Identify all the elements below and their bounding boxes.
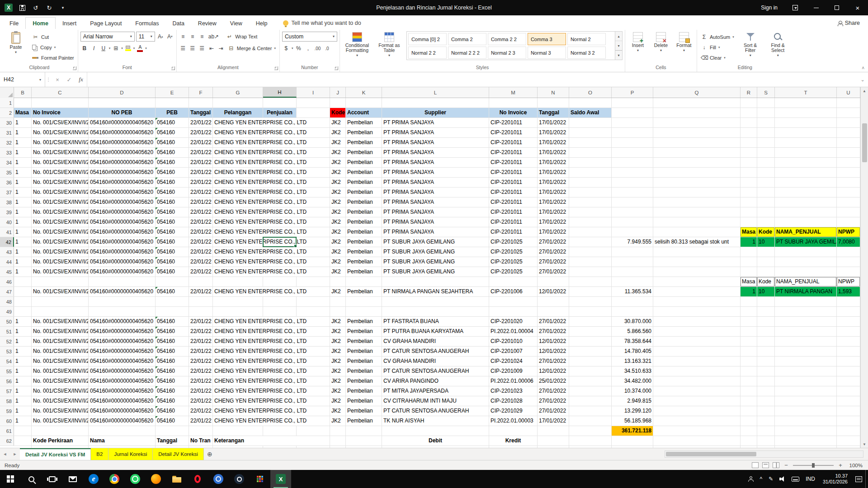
- cell-B34[interactable]: 1: [14, 158, 31, 167]
- volume-icon[interactable]: [776, 470, 788, 488]
- cell-C42[interactable]: No. 001/CSI/EX/INV/I/202: [32, 237, 88, 247]
- cell-J47[interactable]: JK2: [330, 287, 345, 296]
- cell-G35[interactable]: CHENG YEN ENTERPRISE CO., LTD: [213, 168, 330, 177]
- undo-button[interactable]: ↺: [32, 4, 40, 12]
- taskbar-edge-icon[interactable]: e: [83, 470, 104, 488]
- cell-C60[interactable]: No. 001/CSI/EX/INV/I/202: [32, 416, 88, 426]
- qat-customize-button[interactable]: ▾: [59, 4, 67, 12]
- cell-J58[interactable]: JK2: [330, 396, 345, 406]
- cell-P57[interactable]: 10.374.000: [612, 386, 653, 396]
- cell-C53[interactable]: No. 001/CSI/EX/INV/I/202: [32, 347, 88, 356]
- horizontal-scrollbar[interactable]: [665, 450, 863, 458]
- cell-S46[interactable]: Kode: [757, 277, 774, 286]
- accounting-dropdown-icon[interactable]: ▾: [292, 47, 293, 50]
- cell-K55[interactable]: Pembelian: [346, 366, 382, 376]
- cell-L31[interactable]: PT PRIMA SANJAYA: [382, 128, 489, 137]
- insert-cells-button[interactable]: Insert ▾: [627, 31, 648, 53]
- cell-G47[interactable]: CHENG YEN ENTERPRISE CO., LTD: [213, 287, 330, 296]
- find-select-button[interactable]: Find & Select ▾: [765, 31, 791, 58]
- row-header-39[interactable]: 39: [0, 207, 14, 217]
- cell-B33[interactable]: 1: [14, 148, 31, 157]
- cell-M51[interactable]: PI.2022.01.00004: [489, 327, 537, 336]
- taskbar-chrome-icon[interactable]: [104, 470, 125, 488]
- cell-G32[interactable]: CHENG YEN ENTERPRISE CO., LTD: [213, 138, 330, 147]
- cell-L39[interactable]: PT PRIMA SANJAYA: [382, 207, 489, 217]
- cell-J34[interactable]: JK2: [330, 158, 345, 167]
- zoom-level[interactable]: 100%: [847, 463, 863, 468]
- cell-L51[interactable]: PT PUTRA BUANA KARYATAMA: [382, 327, 489, 336]
- column-header-P[interactable]: P: [612, 87, 653, 98]
- cell-G55[interactable]: CHENG YEN ENTERPRISE CO., LTD: [213, 366, 330, 376]
- cell-L32[interactable]: PT PRIMA SANJAYA: [382, 138, 489, 147]
- cell-L37[interactable]: PT PRIMA SANJAYA: [382, 188, 489, 197]
- cell-C39[interactable]: No. 001/CSI/EX/INV/I/202: [32, 207, 88, 217]
- cell-J33[interactable]: JK2: [330, 148, 345, 157]
- cell-N43[interactable]: 27/01/2022: [538, 247, 569, 257]
- cell-P61[interactable]: 361.721.118: [612, 426, 653, 436]
- cell-U47[interactable]: 1,593: [837, 287, 860, 296]
- cell-E55[interactable]: 054160: [156, 366, 189, 376]
- row-header-1[interactable]: 1: [0, 98, 14, 108]
- cell-D53[interactable]: 054160#00000000405620: [89, 347, 155, 356]
- column-header-K[interactable]: K: [346, 87, 382, 98]
- column-header-C[interactable]: C: [32, 87, 89, 98]
- cell-style-comma-3[interactable]: Comma 3: [528, 33, 566, 45]
- cell-N58[interactable]: 27/01/2022: [538, 396, 569, 406]
- number-format-combo[interactable]: Custom▾: [282, 32, 337, 42]
- cell-N34[interactable]: 17/01/2022: [538, 158, 569, 167]
- row-header-60[interactable]: 60: [0, 416, 14, 426]
- column-header-T[interactable]: T: [775, 87, 837, 98]
- cell-D40[interactable]: 054160#00000000405620: [89, 217, 155, 227]
- cell-P42[interactable]: 7.949.555: [612, 237, 653, 247]
- row-header-59[interactable]: 59: [0, 406, 14, 416]
- zoom-slider-thumb[interactable]: [812, 463, 815, 468]
- format-painter-button[interactable]: Format Painter: [31, 53, 75, 62]
- cell-E54[interactable]: 054160: [156, 357, 189, 366]
- cell-D52[interactable]: 054160#00000000405620: [89, 337, 155, 346]
- cell-C32[interactable]: No. 001/CSI/EX/INV/I/202: [32, 138, 88, 147]
- cell-M2[interactable]: No Invoice: [489, 108, 537, 117]
- column-header-J[interactable]: J: [330, 87, 346, 98]
- taskbar-mail-icon[interactable]: [62, 470, 83, 488]
- cell-K57[interactable]: Pembelian: [346, 386, 382, 396]
- row-header-31[interactable]: 31: [0, 128, 14, 137]
- cell-F45[interactable]: 22/01/22: [189, 267, 212, 277]
- cell-M57[interactable]: CIP-2201023: [489, 386, 537, 396]
- cell-R46[interactable]: Masa: [741, 277, 757, 286]
- cell-K2[interactable]: Account: [346, 108, 382, 117]
- row-header-45[interactable]: 45: [0, 267, 14, 277]
- cell-L38[interactable]: PT PRIMA SANJAYA: [382, 197, 489, 207]
- cell-E37[interactable]: 054160: [156, 188, 189, 197]
- cell-M53[interactable]: CIP-2201007: [489, 347, 537, 356]
- cell-B56[interactable]: 1: [14, 376, 31, 386]
- cell-L55[interactable]: PT CATUR SENTOSA ANUGERAH: [382, 366, 489, 376]
- selected-cell-H42[interactable]: [263, 237, 297, 247]
- cell-G36[interactable]: CHENG YEN ENTERPRISE CO., LTD: [213, 178, 330, 187]
- cell-C47[interactable]: No. 001/CSI/EX/INV/I/202: [32, 287, 88, 296]
- cell-K59[interactable]: Pembelian: [346, 406, 382, 416]
- cell-E42[interactable]: 054160: [156, 237, 189, 247]
- insert-function-icon[interactable]: fx: [75, 72, 87, 87]
- cell-M39[interactable]: CIP-2201011: [489, 207, 537, 217]
- cell-J41[interactable]: JK2: [330, 227, 345, 237]
- italic-button[interactable]: I: [90, 44, 98, 53]
- cell-J38[interactable]: JK2: [330, 197, 345, 207]
- cell-C54[interactable]: No. 001/CSI/EX/INV/I/202: [32, 357, 88, 366]
- language-indicator[interactable]: IND: [802, 470, 818, 488]
- cell-G53[interactable]: CHENG YEN ENTERPRISE CO., LTD: [213, 347, 330, 356]
- cell-D39[interactable]: 054160#00000000405620: [89, 207, 155, 217]
- cell-style-normal-3[interactable]: Normal 3: [528, 47, 566, 59]
- sort-filter-button[interactable]: Sort & Filter ▾: [738, 31, 763, 58]
- sheet-tab-detail-jv-koreksi-vs-fm[interactable]: Detail JV Koreksi VS FM: [20, 448, 91, 460]
- cell-K36[interactable]: Pembelian: [346, 178, 382, 187]
- cell-N35[interactable]: 17/01/2022: [538, 168, 569, 177]
- cell-B37[interactable]: 1: [14, 188, 31, 197]
- cell-E50[interactable]: 054160: [156, 317, 189, 326]
- maximize-button[interactable]: [826, 0, 847, 15]
- cell-K34[interactable]: Pembelian: [346, 158, 382, 167]
- ribbon-display-options-button[interactable]: [785, 0, 806, 15]
- taskbar-task-view-icon[interactable]: [42, 470, 62, 488]
- cell-G41[interactable]: CHENG YEN ENTERPRISE CO., LTD: [213, 227, 330, 237]
- cell-K44[interactable]: Pembelian: [346, 257, 382, 267]
- cell-M47[interactable]: CIP-2201006: [489, 287, 537, 296]
